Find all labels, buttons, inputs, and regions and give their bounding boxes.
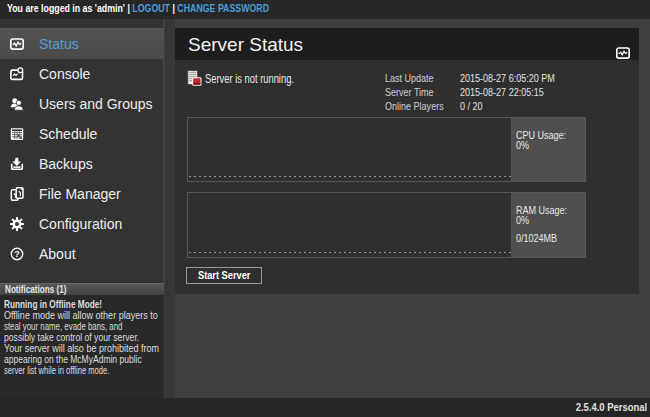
svg-text:?: ? xyxy=(14,249,20,259)
